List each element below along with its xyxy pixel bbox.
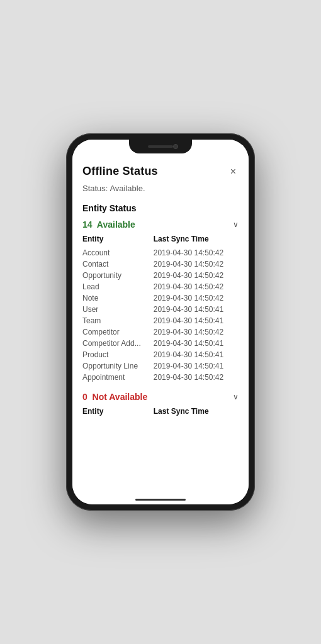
cell-sync: 2019-04-30 14:50:42 [154,260,239,269]
phone-screen: Offline Status × Status: Available. Enti… [72,140,249,504]
cell-sync: 2019-04-30 14:50:42 [154,271,239,280]
page-title: Offline Status [82,165,158,178]
cell-entity: Competitor Add... [82,339,154,348]
available-table: Entity Last Sync Time Account 2019-04-30… [82,235,239,383]
not-available-label: Not Available [93,392,148,402]
available-chevron: ∨ [233,220,239,229]
speaker [148,145,173,148]
table-row: Competitor 2019-04-30 14:50:42 [82,326,239,338]
cell-entity: Team [82,316,154,325]
table-row: Account 2019-04-30 14:50:42 [82,247,239,258]
cell-sync: 2019-04-30 14:50:42 [154,328,239,336]
cell-sync: 2019-04-30 14:50:42 [154,373,239,382]
available-count: 14 [82,219,93,230]
status-row: Status: Available. [82,184,239,193]
header: Offline Status × [82,165,239,179]
not-available-col-entity-header: Entity [82,407,154,416]
screen-content: Offline Status × Status: Available. Enti… [72,140,249,504]
cell-sync: 2019-04-30 14:50:41 [154,316,239,325]
cell-sync: 2019-04-30 14:50:41 [154,305,239,314]
entity-status-title: Entity Status [82,203,239,213]
not-available-group-header[interactable]: 0 Not Available ∨ [82,392,239,402]
table-row: Note 2019-04-30 14:50:42 [82,292,239,304]
available-count-label: 14 Available [82,219,135,230]
cell-entity: Account [82,248,154,257]
table-row: Contact 2019-04-30 14:50:42 [82,258,239,270]
cell-sync: 2019-04-30 14:50:41 [154,362,239,370]
table-row: Opportunity 2019-04-30 14:50:42 [82,270,239,281]
phone-frame: Offline Status × Status: Available. Enti… [66,133,255,511]
not-available-table: Entity Last Sync Time [82,407,239,418]
table-row: Appointment 2019-04-30 14:50:42 [82,372,239,383]
home-indicator [135,499,186,501]
col-sync-header: Last Sync Time [154,235,239,243]
cell-entity: Lead [82,282,154,291]
cell-entity: Note [82,294,154,303]
not-available-col-sync-header: Last Sync Time [154,407,239,416]
table-row: User 2019-04-30 14:50:41 [82,304,239,315]
not-available-count-label: 0 Not Available [82,392,147,402]
not-available-section: 0 Not Available ∨ Entity Last Sync Time [82,392,239,418]
status-value: Available. [110,184,145,193]
table-row: Competitor Add... 2019-04-30 14:50:41 [82,338,239,349]
cell-entity: Contact [82,260,154,269]
camera [173,144,178,149]
cell-entity: Competitor [82,328,154,336]
cell-sync: 2019-04-30 14:50:42 [154,282,239,291]
cell-sync: 2019-04-30 14:50:41 [154,350,239,359]
available-group-header[interactable]: 14 Available ∨ [82,219,239,230]
table-row: Product 2019-04-30 14:50:41 [82,349,239,360]
available-rows-container: Account 2019-04-30 14:50:42 Contact 2019… [82,247,239,383]
not-available-table-header: Entity Last Sync Time [82,407,239,418]
cell-entity: User [82,305,154,314]
cell-entity: Product [82,350,154,359]
cell-sync: 2019-04-30 14:50:41 [154,339,239,348]
cell-entity: Opportunity [82,271,154,280]
status-label: Status: [82,184,108,193]
table-row: Lead 2019-04-30 14:50:42 [82,281,239,292]
not-available-count: 0 [82,392,87,402]
table-row: Opportunity Line 2019-04-30 14:50:41 [82,360,239,372]
cell-sync: 2019-04-30 14:50:42 [154,294,239,303]
available-label: Available [97,219,135,230]
available-table-header: Entity Last Sync Time [82,235,239,246]
cell-entity: Appointment [82,373,154,382]
cell-sync: 2019-04-30 14:50:42 [154,248,239,257]
close-button[interactable]: × [228,165,239,179]
col-entity-header: Entity [82,235,154,243]
not-available-chevron: ∨ [233,392,239,401]
table-row: Team 2019-04-30 14:50:41 [82,315,239,326]
notch [129,140,192,153]
cell-entity: Opportunity Line [82,362,154,370]
